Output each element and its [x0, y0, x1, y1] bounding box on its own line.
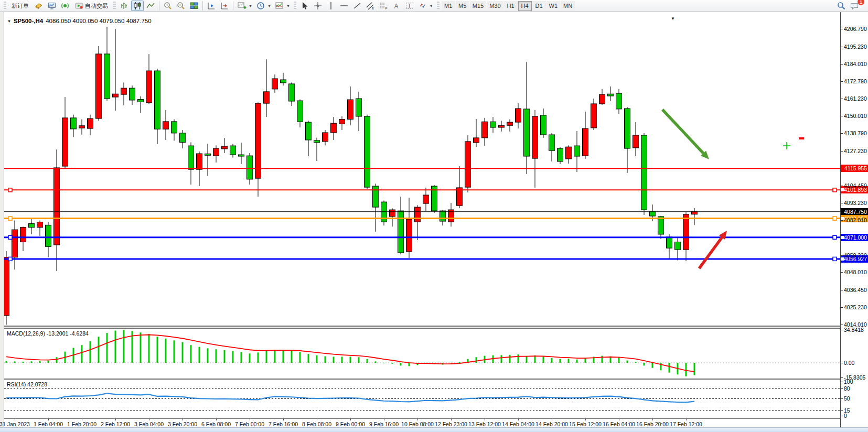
auto-trading-button[interactable]: 自动交易 [72, 1, 111, 11]
candle[interactable] [96, 46, 102, 121]
price-axis[interactable]: 4115.9554101.8934087.7504083.3574071.000… [840, 12, 868, 427]
trendline-tool-icon[interactable] [351, 1, 363, 11]
notification-badge[interactable]: 1 [858, 0, 864, 5]
chart-menu-caret[interactable]: ▼ [671, 16, 675, 21]
toolbar-grip[interactable] [113, 2, 116, 10]
periods-icon[interactable]: ▼ [254, 1, 273, 11]
line-handle[interactable] [833, 188, 837, 192]
candle[interactable] [457, 166, 463, 208]
tile-windows-icon[interactable] [188, 1, 200, 11]
tf-d1[interactable]: D1 [532, 1, 546, 11]
candle[interactable] [692, 208, 698, 225]
crosshair-tool-icon[interactable] [312, 1, 324, 11]
candle[interactable] [297, 99, 303, 127]
trade-ticket-icon[interactable] [33, 1, 45, 11]
candle[interactable] [675, 237, 681, 261]
toolbar-grip[interactable] [437, 2, 440, 10]
hline-tool-icon[interactable] [338, 1, 350, 11]
vline-tool-icon[interactable] [325, 1, 337, 11]
chart-candles-icon[interactable] [131, 1, 144, 11]
tf-w1[interactable]: W1 [546, 1, 561, 11]
candle[interactable] [524, 62, 530, 174]
auto-scroll-icon[interactable] [205, 1, 218, 11]
candle[interactable] [532, 110, 538, 188]
candle[interactable] [448, 203, 454, 226]
candle[interactable] [474, 119, 479, 147]
candle[interactable] [29, 219, 35, 234]
candle[interactable] [12, 221, 18, 270]
macd-pane[interactable]: MACD(12,26,9) -13.2001 -4.6284 [4, 329, 840, 379]
candle[interactable] [213, 145, 219, 163]
candle[interactable] [381, 201, 387, 226]
candle[interactable] [541, 109, 546, 138]
tf-m15[interactable]: M15 [470, 1, 486, 11]
zoom-in-icon[interactable] [162, 1, 174, 11]
toolbar-grip[interactable] [294, 2, 296, 10]
candle[interactable] [121, 82, 127, 105]
candle[interactable] [516, 103, 521, 128]
indicators-icon[interactable]: ▼ [235, 1, 254, 11]
candle[interactable] [163, 110, 169, 140]
candle[interactable] [172, 120, 177, 141]
trend-arrow[interactable] [699, 231, 727, 268]
candle[interactable] [373, 183, 379, 232]
market-watch-icon[interactable] [46, 1, 58, 11]
text-tool-icon[interactable]: A [390, 1, 403, 11]
candle[interactable] [507, 120, 513, 132]
chart-bars-icon[interactable] [118, 1, 131, 11]
candle[interactable] [348, 87, 353, 125]
line-handle[interactable] [8, 235, 12, 239]
candle[interactable] [62, 97, 68, 168]
new-order-button[interactable]: 新订单 [8, 1, 32, 11]
candle[interactable] [591, 99, 597, 130]
candle[interactable] [281, 73, 286, 85]
tf-h1[interactable]: H1 [504, 1, 518, 11]
candle[interactable] [239, 143, 244, 164]
line-handle[interactable] [833, 257, 837, 261]
text-label-tool-icon[interactable]: T [403, 1, 416, 11]
plus-marker[interactable] [783, 142, 790, 149]
line-handle[interactable] [8, 257, 12, 261]
line-handle[interactable] [8, 188, 12, 192]
candle[interactable] [566, 145, 572, 164]
candle[interactable] [599, 89, 605, 105]
tf-m1[interactable]: M1 [442, 1, 455, 11]
quote-line[interactable]: ▼ SP500-,H4 4086.050 4090.050 4079.050 4… [7, 18, 152, 24]
candle[interactable] [482, 118, 488, 146]
candle[interactable] [625, 107, 630, 173]
candle[interactable] [222, 138, 228, 153]
candle[interactable] [574, 131, 580, 172]
equidistant-channel-icon[interactable]: E [364, 1, 377, 11]
candle[interactable] [37, 221, 43, 236]
candle[interactable] [138, 96, 144, 113]
candle[interactable] [4, 251, 9, 325]
candle[interactable] [558, 147, 563, 164]
trend-arrow[interactable] [662, 110, 709, 159]
candle[interactable] [20, 226, 26, 251]
chart-shift-icon[interactable] [218, 1, 231, 11]
line-handle[interactable] [833, 235, 837, 239]
candle[interactable] [432, 185, 437, 213]
candle[interactable] [289, 82, 295, 106]
candle[interactable] [272, 74, 278, 93]
candle[interactable] [155, 69, 160, 144]
candle[interactable] [331, 117, 337, 140]
candle[interactable] [490, 117, 496, 133]
candle[interactable] [616, 89, 622, 114]
candle[interactable] [633, 122, 639, 156]
candle[interactable] [230, 144, 236, 157]
candle[interactable] [255, 102, 261, 197]
candle[interactable] [205, 144, 211, 176]
candle[interactable] [180, 130, 186, 148]
candle[interactable] [423, 188, 429, 211]
candle[interactable] [398, 197, 404, 254]
candle[interactable] [146, 54, 152, 104]
candle[interactable] [465, 135, 471, 192]
candle[interactable] [390, 208, 395, 226]
chart-line-icon[interactable] [144, 1, 157, 11]
candle[interactable] [113, 29, 119, 111]
tf-m5[interactable]: M5 [456, 1, 469, 11]
templates-icon[interactable]: ▼ [273, 1, 292, 11]
search-icon[interactable] [835, 1, 848, 11]
line-handle[interactable] [833, 217, 837, 220]
